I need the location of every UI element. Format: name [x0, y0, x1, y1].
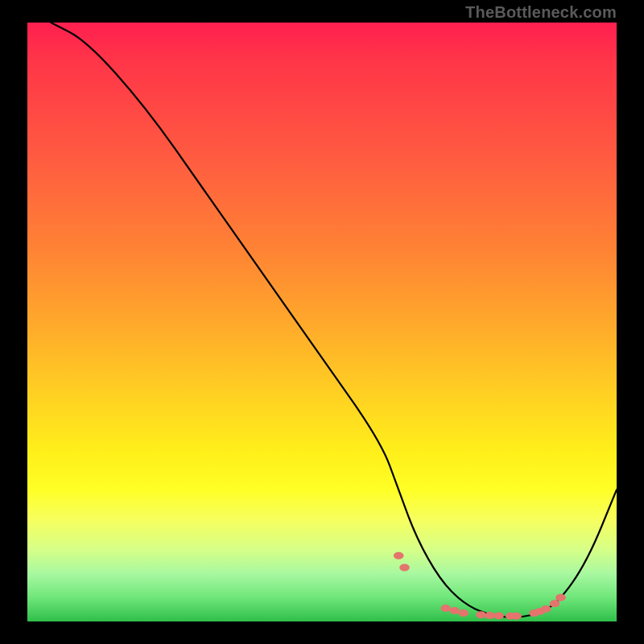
valley-marker	[485, 612, 495, 619]
valley-marker	[440, 605, 451, 612]
chart-canvas: TheBottleneck.com	[0, 0, 644, 644]
valley-marker	[399, 564, 410, 572]
valley-marker	[449, 607, 460, 614]
valley-marker	[493, 612, 504, 619]
attribution-label: TheBottleneck.com	[465, 3, 617, 22]
valley-markers	[394, 552, 566, 620]
valley-marker	[511, 613, 522, 620]
chart-overlay	[27, 23, 617, 621]
valley-marker	[541, 605, 551, 613]
valley-marker	[458, 609, 469, 617]
valley-marker	[476, 611, 486, 618]
bottleneck-curve	[51, 23, 617, 617]
plot-area	[27, 23, 617, 621]
valley-marker	[555, 594, 566, 601]
valley-marker	[550, 600, 560, 607]
valley-marker	[394, 552, 404, 559]
